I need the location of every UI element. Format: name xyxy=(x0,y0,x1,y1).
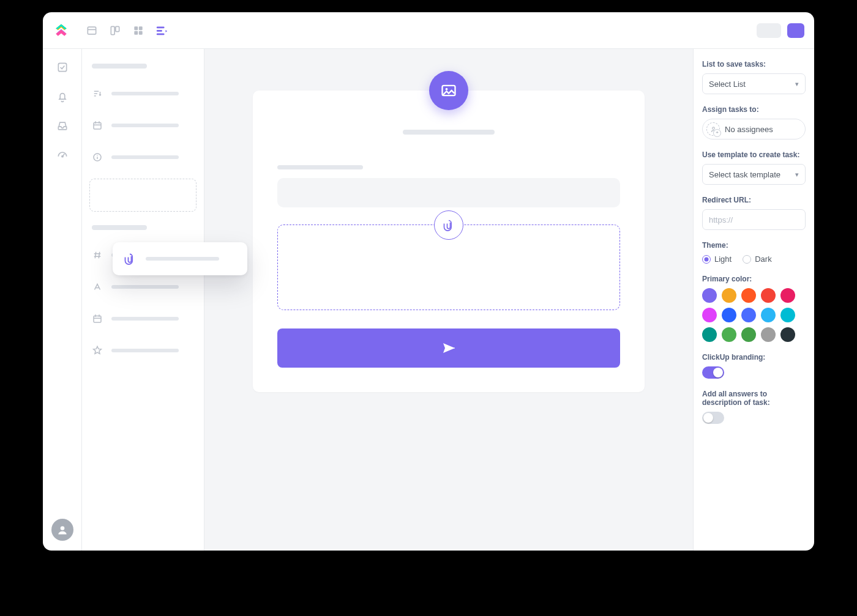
field-option-date[interactable] xyxy=(89,115,196,136)
attachment-icon xyxy=(124,252,136,265)
board-view-icon[interactable] xyxy=(105,21,125,40)
field-option-text[interactable] xyxy=(89,276,196,297)
svg-rect-29 xyxy=(94,316,101,323)
assignee-value: No assignees xyxy=(725,125,773,134)
sidebar-section-title-2 xyxy=(92,225,147,230)
color-swatch[interactable] xyxy=(761,327,776,342)
color-swatch[interactable] xyxy=(761,288,776,303)
svg-rect-9 xyxy=(157,30,162,32)
color-swatches xyxy=(702,288,806,342)
color-swatch[interactable] xyxy=(702,288,717,303)
nav-rail xyxy=(43,49,82,551)
form-cover-image-icon[interactable] xyxy=(429,71,468,110)
svg-point-34 xyxy=(446,88,448,91)
svg-point-13 xyxy=(60,526,64,530)
fields-sidebar xyxy=(82,49,204,551)
svg-rect-17 xyxy=(94,123,101,130)
chevron-down-icon: ▾ xyxy=(795,171,799,179)
assignee-select[interactable]: No assignees xyxy=(702,119,806,139)
list-view-icon[interactable] xyxy=(82,21,102,40)
answers-label: Add all answers to description of task: xyxy=(702,390,806,407)
theme-dark-radio[interactable]: Dark xyxy=(743,254,771,264)
color-swatch[interactable] xyxy=(780,327,795,342)
color-swatch[interactable] xyxy=(702,308,717,322)
sidebar-section-title xyxy=(92,64,147,69)
svg-rect-4 xyxy=(134,26,138,30)
attachment-dropzone[interactable] xyxy=(277,225,620,310)
form-preview-card xyxy=(253,91,645,392)
color-swatch[interactable] xyxy=(761,308,776,322)
dashboard-icon[interactable] xyxy=(56,149,69,161)
grid-view-icon[interactable] xyxy=(129,21,148,40)
svg-rect-2 xyxy=(111,26,114,34)
topbar xyxy=(43,12,814,49)
color-swatch[interactable] xyxy=(722,327,736,342)
attachment-icon xyxy=(434,210,463,240)
branding-label: ClickUp branding: xyxy=(702,353,806,362)
notifications-icon[interactable] xyxy=(56,91,69,103)
color-swatch[interactable] xyxy=(780,288,795,303)
theme-light-radio[interactable]: Light xyxy=(702,254,732,264)
form-canvas xyxy=(204,49,693,551)
send-icon xyxy=(441,341,456,355)
assign-label: Assign tasks to: xyxy=(702,105,806,114)
color-swatch[interactable] xyxy=(741,288,756,303)
chevron-down-icon: ▾ xyxy=(795,80,799,88)
svg-rect-7 xyxy=(139,31,143,34)
svg-rect-6 xyxy=(134,31,138,34)
color-swatch[interactable] xyxy=(722,308,736,322)
add-assignee-icon xyxy=(706,122,720,136)
svg-rect-3 xyxy=(116,26,119,31)
field-option-sort[interactable] xyxy=(89,83,196,104)
settings-panel: List to save tasks: Select List ▾ Assign… xyxy=(693,49,814,551)
color-swatch[interactable] xyxy=(741,308,756,322)
branding-toggle[interactable] xyxy=(702,366,724,379)
text-input-placeholder[interactable] xyxy=(277,178,620,207)
template-select[interactable]: Select task template ▾ xyxy=(702,164,806,185)
list-label: List to save tasks: xyxy=(702,60,806,69)
field-drop-slot[interactable] xyxy=(89,179,196,212)
svg-rect-8 xyxy=(157,26,165,28)
field-option-rating[interactable] xyxy=(89,340,196,361)
svg-rect-11 xyxy=(58,63,66,71)
svg-line-27 xyxy=(99,252,100,259)
tasks-icon[interactable] xyxy=(56,61,69,73)
field-option-date-2[interactable] xyxy=(89,308,196,329)
color-swatch[interactable] xyxy=(741,327,756,342)
view-switcher xyxy=(82,21,171,40)
app-window: List to save tasks: Select List ▾ Assign… xyxy=(43,12,814,551)
template-select-value: Select task template xyxy=(709,170,780,179)
primary-color-label: Primary color: xyxy=(702,275,806,283)
color-swatch[interactable] xyxy=(722,288,736,303)
clickup-logo-icon xyxy=(53,22,70,39)
svg-point-12 xyxy=(61,156,62,157)
list-select[interactable]: Select List ▾ xyxy=(702,73,806,94)
inbox-icon[interactable] xyxy=(56,120,69,132)
svg-point-23 xyxy=(97,155,98,156)
color-swatch[interactable] xyxy=(702,327,717,342)
list-select-value: Select List xyxy=(709,80,746,89)
svg-rect-5 xyxy=(139,26,143,30)
svg-point-35 xyxy=(712,127,714,129)
theme-label: Theme: xyxy=(702,241,806,250)
svg-line-26 xyxy=(95,252,96,259)
template-label: Use template to create task: xyxy=(702,150,806,159)
field-label-placeholder[interactable] xyxy=(277,165,363,169)
redirect-label: Redirect URL: xyxy=(702,196,806,204)
svg-rect-10 xyxy=(157,33,165,35)
topbar-action-secondary[interactable] xyxy=(757,23,781,38)
user-avatar[interactable] xyxy=(51,519,73,541)
redirect-url-input[interactable] xyxy=(702,209,806,230)
submit-button[interactable] xyxy=(277,328,620,368)
dragged-field-attachment[interactable] xyxy=(113,242,247,275)
color-swatch[interactable] xyxy=(780,308,795,322)
form-title-placeholder[interactable] xyxy=(403,130,495,135)
field-option-info[interactable] xyxy=(89,147,196,168)
answers-toggle[interactable] xyxy=(702,412,724,424)
topbar-action-primary[interactable] xyxy=(787,23,804,38)
svg-rect-0 xyxy=(88,27,95,34)
form-view-icon[interactable] xyxy=(152,21,171,40)
